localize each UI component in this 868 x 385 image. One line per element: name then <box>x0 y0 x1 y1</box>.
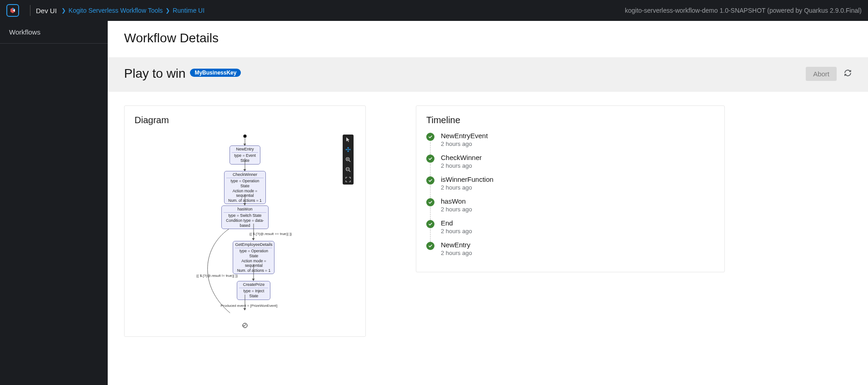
edge-label-produced: Produced event = [PrizeWonEvent] <box>221 304 278 308</box>
check-circle-icon <box>426 176 434 185</box>
timeline-title: Timeline <box>426 115 714 125</box>
diagram-node-haswon[interactable]: hasWon type = Switch State Condition typ… <box>221 205 269 229</box>
timeline-item: isWinnerFunction2 hours ago <box>426 175 714 197</box>
edge-arrow <box>254 264 254 280</box>
edge-label-false: {{ $.[?(@.result != true)] }} <box>196 274 238 278</box>
timeline-item-name: isWinnerFunction <box>441 175 494 183</box>
check-circle-icon <box>426 220 434 228</box>
divider <box>30 5 30 16</box>
diagram-canvas[interactable]: NewEntry type = Event State CheckWinner … <box>135 132 355 327</box>
main-content: Workflow Details Play to win MyBusinessK… <box>108 21 868 385</box>
timeline-item-time: 2 hours ago <box>441 250 472 256</box>
timeline-item: NewEntryEvent2 hours ago <box>426 132 714 154</box>
timeline-item: CheckWinner2 hours ago <box>426 154 714 175</box>
end-node-icon <box>242 322 248 327</box>
edge-label-true: {{ $.[?(@.result == true)] }} <box>249 232 292 236</box>
brand-title: Dev UI <box>36 7 57 15</box>
diagram-card: Diagram <box>124 105 366 337</box>
workflow-name: Play to win <box>124 66 185 81</box>
start-node-icon <box>244 135 247 138</box>
breadcrumb: ❯ Kogito Serverless Workflow Tools ❯ Run… <box>61 7 205 14</box>
chevron-right-icon: ❯ <box>165 7 170 14</box>
sidebar: Workflows <box>0 21 108 385</box>
timeline-item-time: 2 hours ago <box>441 184 494 191</box>
check-circle-icon <box>426 198 434 206</box>
timeline-item-time: 2 hours ago <box>441 140 488 147</box>
diagram-node-createprize[interactable]: CreatePrize type = Inject State <box>237 281 270 300</box>
breadcrumb-link-runtime[interactable]: Runtime UI <box>173 7 205 14</box>
workflow-header-band: Play to win MyBusinessKey Abort <box>108 57 868 92</box>
edge-arrow <box>245 138 245 145</box>
timeline-item-time: 2 hours ago <box>441 206 472 213</box>
timeline-item-name: NewEntryEvent <box>441 132 488 140</box>
topbar: Dev UI ❯ Kogito Serverless Workflow Tool… <box>0 0 868 21</box>
timeline-item: End2 hours ago <box>426 219 714 241</box>
page-title: Workflow Details <box>108 21 868 57</box>
check-circle-icon <box>426 133 434 141</box>
timeline-item: hasWon2 hours ago <box>426 197 714 219</box>
quarkus-logo <box>6 4 19 17</box>
header-app-info: kogito-serverless-workflow-demo 1.0-SNAP… <box>625 7 862 14</box>
sidebar-item-label: Workflows <box>9 28 40 36</box>
edge-arrow <box>245 158 245 171</box>
timeline-list: NewEntryEvent2 hours agoCheckWinner2 hou… <box>426 132 714 263</box>
timeline-item-name: CheckWinner <box>441 154 482 161</box>
business-key-badge: MyBusinessKey <box>190 69 241 77</box>
timeline-item-name: NewEntry <box>441 241 472 249</box>
timeline-item-time: 2 hours ago <box>441 162 482 169</box>
timeline-item-time: 2 hours ago <box>441 228 472 235</box>
chevron-right-icon: ❯ <box>61 7 66 14</box>
check-circle-icon <box>426 155 434 163</box>
breadcrumb-link-tools[interactable]: Kogito Serverless Workflow Tools <box>69 7 163 14</box>
edge-arrow <box>245 194 245 205</box>
refresh-icon[interactable] <box>844 69 852 79</box>
timeline-card: Timeline NewEntryEvent2 hours agoCheckWi… <box>416 105 725 272</box>
timeline-item-name: End <box>441 219 472 227</box>
abort-button[interactable]: Abort <box>806 67 837 81</box>
sidebar-item-workflows[interactable]: Workflows <box>0 21 108 44</box>
diagram-title: Diagram <box>135 115 355 125</box>
timeline-item-name: hasWon <box>441 197 472 205</box>
timeline-item: NewEntry2 hours ago <box>426 241 714 263</box>
check-circle-icon <box>426 242 434 250</box>
